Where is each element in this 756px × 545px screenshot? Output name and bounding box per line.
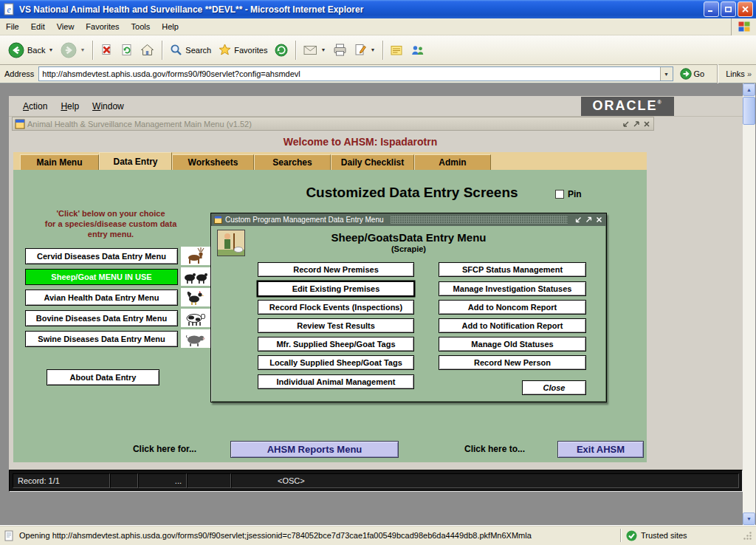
add-to-noncom-report-button[interactable]: Add to Noncom Report [439, 300, 586, 315]
menu-view[interactable]: View [51, 19, 80, 34]
mdi-window-title: Animal Health & Surveillance Management … [27, 120, 622, 128]
manage-old-statuses-button[interactable]: Manage Old Statuses [439, 337, 586, 352]
tab-searches[interactable]: Searches [254, 154, 331, 170]
menu-edit[interactable]: Edit [25, 19, 51, 34]
scroll-up-button[interactable]: ▲ [743, 83, 755, 96]
address-label: Address [3, 69, 34, 78]
record-new-person-button[interactable]: Record New Person [439, 355, 586, 370]
menu-tools[interactable]: Tools [126, 19, 157, 34]
forward-dropdown-caret[interactable]: ▼ [80, 47, 85, 52]
tab-daily-checklist[interactable]: Daily Checklist [331, 154, 414, 170]
close-icon [741, 6, 749, 13]
scrollbar-thumb[interactable] [743, 97, 755, 125]
menu-bar: File Edit View Favorites Tools Help [0, 18, 756, 35]
restore-button[interactable] [721, 1, 736, 17]
oracle-menu-window[interactable]: Window [86, 99, 131, 114]
address-dropdown-button[interactable]: ▼ [660, 67, 673, 80]
address-input[interactable] [38, 66, 673, 81]
tab-worksheets[interactable]: Worksheets [172, 154, 254, 170]
dialog-window-icon [214, 216, 222, 224]
mdi-maximize-icon[interactable] [632, 120, 641, 128]
tab-data-entry[interactable]: Data Entry [99, 152, 172, 170]
dialog-close-icon[interactable] [595, 216, 603, 224]
instruction-line-1: 'Click' below on your choice [22, 208, 199, 219]
print-button[interactable] [329, 41, 351, 58]
exit-ahsm-button[interactable]: Exit AHSM [557, 441, 644, 458]
status-dots: ... [138, 473, 187, 488]
sfcp-status-management-button[interactable]: SFCP Status Management [439, 262, 586, 277]
favorites-button[interactable]: Favorites [215, 41, 271, 58]
messenger-button[interactable] [407, 42, 428, 58]
dialog-close-button[interactable]: Close [522, 380, 586, 395]
edit-existing-premises-button[interactable]: Edit Existing Premises [258, 281, 414, 296]
menu-help[interactable]: Help [156, 19, 185, 34]
bovine-menu-button[interactable]: Bovine Diseases Data Entry Menu [25, 310, 178, 326]
oracle-menu-help[interactable]: Help [54, 99, 86, 114]
security-zone: Trusted sites [626, 530, 738, 541]
close-button[interactable] [738, 1, 753, 17]
address-bar: Address ▼ Go Links » [0, 65, 756, 83]
dialog-title: Custom Program Management Data Entry Men… [225, 216, 384, 224]
statusbar-divider [620, 529, 622, 542]
mail-button[interactable]: ▼ [300, 42, 329, 58]
go-button[interactable]: Go [678, 67, 709, 80]
add-to-notification-report-button[interactable]: Add to Notification Report [439, 318, 586, 333]
manage-investigation-statuses-button[interactable]: Manage Investigation Statuses [439, 281, 586, 296]
home-button[interactable] [137, 41, 158, 58]
tab-main-menu[interactable]: Main Menu [20, 154, 99, 170]
individual-animal-management-button[interactable]: Individual Animal Management [258, 374, 414, 389]
menu-favorites[interactable]: Favorites [80, 19, 125, 34]
tab-row: Main Menu Data Entry Worksheets Searches… [9, 152, 743, 170]
cervid-menu-button[interactable]: Cervid Diseases Data Entry Menu [25, 248, 178, 264]
mdi-window-icon[interactable] [15, 119, 25, 129]
record-flock-events-button[interactable]: Record Flock Events (Inspections) [258, 300, 414, 315]
favorites-label: Favorites [234, 46, 267, 55]
mdi-restore-down-icon[interactable] [622, 120, 630, 128]
search-button[interactable]: Search [166, 41, 215, 58]
ahsm-reports-menu-button[interactable]: AHSM Reports Menu [230, 441, 399, 458]
vertical-scrollbar[interactable]: ▲ ▼ [743, 83, 755, 525]
scroll-down-button[interactable]: ▼ [743, 513, 755, 525]
ie-app-icon[interactable]: e [3, 3, 16, 16]
avian-menu-button[interactable]: Avian Health Data Entry Menu [25, 289, 178, 306]
oracle-menu-action[interactable]: Action [16, 99, 54, 114]
favorites-star-icon [219, 44, 231, 56]
back-icon [8, 42, 24, 58]
tab-strip: Main Menu Data Entry Worksheets Searches… [13, 152, 647, 170]
discuss-button[interactable] [387, 42, 407, 58]
forward-button[interactable]: ▼ [57, 40, 89, 61]
refresh-button[interactable] [117, 41, 137, 58]
dialog-restore-down-icon[interactable] [574, 216, 583, 224]
locally-supplied-tags-button[interactable]: Locally Supplied Sheep/Goat Tags [258, 355, 414, 370]
links-button[interactable]: Links » [726, 69, 753, 78]
history-button[interactable] [271, 41, 292, 59]
edit-button[interactable]: ▼ [351, 41, 379, 58]
edit-dropdown-caret[interactable]: ▼ [370, 47, 375, 52]
stop-button[interactable] [97, 41, 117, 58]
minimize-button[interactable] [704, 1, 719, 17]
sheep-goat-menu-button[interactable]: Sheep/Goat MENU IN USE [25, 269, 178, 285]
mfr-supplied-tags-button[interactable]: Mfr. Supplied Sheep/Goat Tags [258, 337, 414, 352]
pin-checkbox[interactable] [555, 190, 564, 199]
instruction-line-2: for a species/disease custom data [22, 219, 199, 229]
toolbar-separator [92, 41, 93, 60]
swine-menu-button[interactable]: Swine Diseases Data Entry Menu [25, 331, 178, 347]
mdi-titlebar[interactable]: Animal Health & Surveillance Management … [12, 117, 654, 131]
record-new-premises-button[interactable]: Record New Premises [258, 262, 414, 277]
menu-file[interactable]: File [0, 19, 25, 34]
back-button[interactable]: Back ▼ [4, 40, 57, 61]
review-test-results-button[interactable]: Review Test Results [258, 318, 414, 333]
back-label: Back [27, 46, 45, 55]
svg-text:e: e [7, 5, 10, 15]
tab-admin[interactable]: Admin [414, 154, 491, 170]
back-dropdown-caret[interactable]: ▼ [48, 47, 53, 52]
custom-program-dialog: Custom Program Management Data Entry Men… [210, 213, 607, 402]
welcome-message: Welcome to AHSM: Ispadarotrn [284, 136, 437, 148]
mdi-close-icon[interactable] [642, 120, 651, 128]
dialog-maximize-icon[interactable] [585, 216, 593, 224]
about-data-entry-button[interactable]: About Data Entry [47, 369, 159, 385]
dialog-titlebar[interactable]: Custom Program Management Data Entry Men… [211, 213, 606, 226]
resize-grip[interactable] [743, 531, 752, 541]
mail-dropdown-caret[interactable]: ▼ [320, 47, 326, 52]
dialog-titlebar-pattern [391, 216, 568, 224]
